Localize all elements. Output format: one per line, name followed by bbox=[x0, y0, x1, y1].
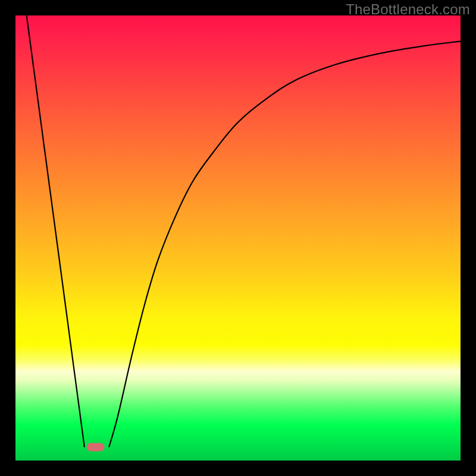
left-descent-line bbox=[27, 15, 84, 447]
minimum-marker bbox=[87, 443, 105, 452]
watermark-text: TheBottleneck.com bbox=[346, 1, 470, 18]
plot-area bbox=[15, 15, 461, 461]
curves-layer bbox=[15, 15, 461, 461]
chart-frame: TheBottleneck.com bbox=[0, 0, 476, 476]
right-curve-line bbox=[109, 41, 461, 447]
svg-rect-0 bbox=[87, 443, 105, 452]
